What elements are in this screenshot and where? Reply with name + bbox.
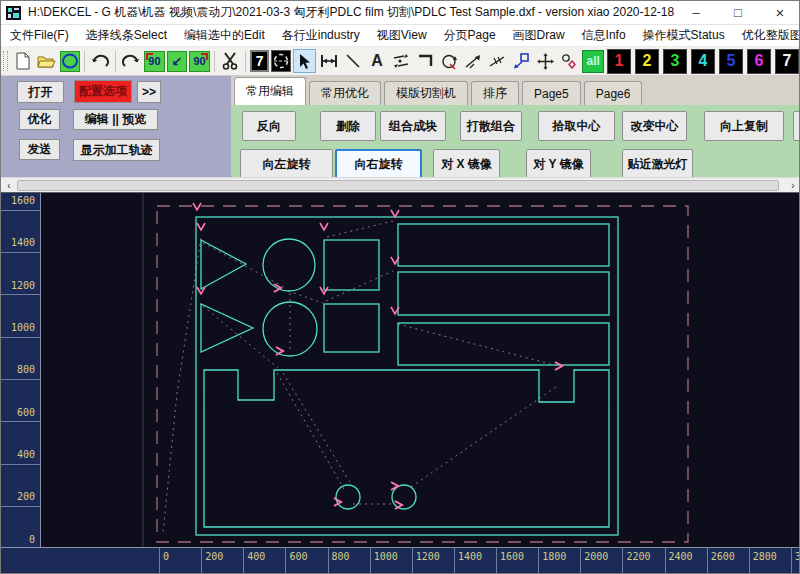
panel-button-向上复制[interactable]: 向上复制 — [704, 111, 784, 141]
cad-rect[interactable] — [324, 304, 379, 352]
show-track-button[interactable]: 显示加工轨迹 — [73, 139, 160, 161]
rotate-right-arrow-icon — [200, 53, 208, 61]
edit-button-panel: 反向删除组合成块打散组合拾取中心改变中心向上复制向左旋转向右旋转对 X 镜像对 … — [231, 105, 800, 177]
cad-circle[interactable] — [392, 485, 416, 509]
node-edit-button[interactable] — [486, 49, 508, 73]
panel-button-贴近激光灯[interactable]: 贴近激光灯 — [622, 149, 693, 177]
layer-4-button[interactable]: 4 — [691, 49, 715, 74]
scrollbar-thumb[interactable] — [17, 180, 779, 191]
all-layers-button[interactable]: all — [582, 50, 603, 73]
rotate-left-90-button[interactable]: 90 — [144, 51, 165, 72]
x-tick-line — [328, 548, 329, 574]
direction-arrow — [276, 347, 283, 355]
menu-item-2[interactable]: 选择线条Select — [86, 27, 167, 44]
minimize-button[interactable]: – — [675, 1, 717, 24]
edit-preview-button[interactable]: 编辑 || 预览 — [73, 109, 158, 130]
layer-2-button[interactable]: 2 — [635, 49, 659, 74]
circle-tool-button[interactable] — [60, 51, 81, 72]
menu-item-7[interactable]: 画图Draw — [513, 27, 565, 44]
layer-6-button[interactable]: 6 — [747, 49, 771, 74]
x-tick-line — [622, 548, 623, 574]
layer-1-button[interactable]: 1 — [607, 49, 631, 74]
cad-circle[interactable] — [336, 485, 360, 509]
panel-button-对 Y 镜像[interactable]: 对 Y 镜像 — [526, 149, 591, 177]
dashed-circle-tool-button[interactable] — [271, 50, 291, 72]
move-corner-button[interactable]: ↙ — [167, 51, 188, 72]
menu-item-8[interactable]: 信息Info — [582, 27, 626, 44]
tab-4[interactable]: 排序 — [471, 81, 519, 105]
line-tool-button[interactable] — [342, 49, 364, 73]
panel-button-组合成块[interactable]: 组合成块 — [380, 111, 446, 141]
horizontal-scrollbar[interactable]: ‹ › — [1, 177, 800, 192]
tab-1[interactable]: 常用编辑 — [234, 77, 306, 105]
scroll-right-arrow[interactable]: › — [786, 179, 800, 192]
rotate-right-90-button[interactable]: 90 — [189, 51, 210, 72]
menu-item-9[interactable]: 操作模式Status — [643, 27, 725, 44]
cad-notched-rect[interactable] — [204, 370, 609, 527]
menu-item-5[interactable]: 视图View — [377, 27, 427, 44]
panel-button-向右旋转[interactable]: 向右旋转 — [335, 149, 422, 177]
move-all-button[interactable] — [534, 49, 556, 73]
pick-arrow-button[interactable] — [462, 49, 484, 73]
optimize-button[interactable]: 优化 — [19, 109, 60, 130]
maximize-button[interactable]: □ — [717, 1, 759, 24]
rotate-arc-button[interactable] — [438, 49, 460, 73]
tab-5[interactable]: Page5 — [522, 81, 581, 105]
transform-tool-button[interactable] — [390, 49, 412, 73]
layer-3-button[interactable]: 3 — [663, 49, 687, 74]
cad-drawing[interactable] — [41, 193, 800, 547]
panel-button-反向[interactable]: 反向 — [242, 111, 296, 141]
redo-button[interactable] — [120, 49, 142, 73]
config-options-button[interactable]: 配置选项 — [74, 80, 132, 103]
expand-button[interactable]: >> — [137, 81, 161, 103]
pick-arrow-icon — [465, 54, 481, 69]
panel-button-向左旋转[interactable]: 向左旋转 — [240, 149, 333, 177]
text-tool-button[interactable]: A — [366, 49, 388, 73]
tab-2[interactable]: 常用优化 — [309, 81, 381, 105]
panel-button-partial[interactable] — [793, 111, 800, 141]
cad-outer-rect[interactable] — [196, 217, 618, 535]
select-cursor-button[interactable] — [293, 49, 315, 73]
menu-item-3[interactable]: 编辑选中的Edit — [184, 27, 265, 44]
open-button[interactable]: 打开 — [17, 81, 64, 103]
panel-button-改变中心[interactable]: 改变中心 — [622, 111, 687, 141]
scroll-left-arrow[interactable]: ‹ — [2, 179, 16, 192]
send-button[interactable]: 发送 — [19, 139, 60, 160]
panel-button-删除[interactable]: 删除 — [320, 111, 376, 141]
menu-item-4[interactable]: 各行业industry — [282, 27, 360, 44]
x-tick-line — [243, 548, 244, 574]
cut-button[interactable] — [219, 49, 241, 73]
x-tick-line — [538, 548, 539, 574]
menu-item-10[interactable]: 优化整版图形Optimize — [742, 27, 800, 44]
corner-tool-button[interactable] — [414, 49, 436, 73]
new-file-button[interactable] — [12, 49, 34, 73]
close-button[interactable]: × — [759, 1, 800, 24]
cad-rect[interactable] — [398, 224, 609, 266]
scissors-icon — [222, 52, 238, 70]
cad-rect[interactable] — [398, 272, 609, 315]
tab-bar: 常用编辑常用优化模版切割机排序Page5Page6 — [231, 76, 800, 105]
offset-tool-button[interactable] — [510, 49, 532, 73]
panel-button-拾取中心[interactable]: 拾取中心 — [538, 111, 615, 141]
open-file-button[interactable] — [36, 49, 58, 73]
origin-marker-button[interactable] — [558, 49, 580, 73]
menu-item-1[interactable]: 文件File(F) — [10, 27, 69, 44]
x-tick-label: 600 — [289, 552, 307, 562]
move-corner-icon: ↙ — [172, 54, 183, 69]
undo-button[interactable] — [89, 49, 111, 73]
cad-circle[interactable] — [263, 239, 315, 291]
tab-3[interactable]: 模版切割机 — [384, 81, 468, 105]
cad-rect[interactable] — [324, 240, 379, 290]
tab-6[interactable]: Page6 — [584, 81, 643, 105]
layer-7-button[interactable]: 7 — [775, 49, 799, 74]
cad-triangle[interactable] — [201, 240, 246, 289]
menu-item-6[interactable]: 分页Page — [444, 27, 496, 44]
panel-button-打散组合[interactable]: 打散组合 — [460, 111, 522, 141]
x-tick-label: 1000 — [374, 552, 398, 562]
cad-viewport[interactable]: 16001400120010008006004002000 0200400600… — [1, 192, 800, 574]
layer-5-button[interactable]: 5 — [719, 49, 743, 74]
cad-rect[interactable] — [398, 323, 609, 365]
layer-7-tool-button[interactable]: 7 — [250, 50, 270, 72]
panel-button-对 X 镜像[interactable]: 对 X 镜像 — [433, 149, 500, 177]
width-measure-button[interactable] — [318, 49, 340, 73]
